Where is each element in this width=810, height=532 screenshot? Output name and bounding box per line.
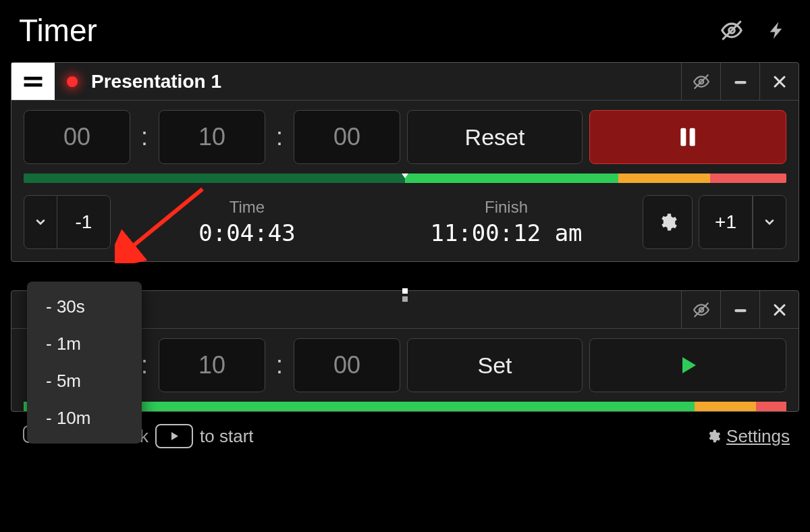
card-title: Presentation 1 <box>78 63 681 100</box>
time-label: Time <box>230 198 265 217</box>
timer-card-1: Presentation 1 00 : 10 : <box>11 62 799 262</box>
bolt-icon[interactable] <box>765 18 790 43</box>
recording-indicator-icon <box>67 76 78 87</box>
adjust-plus-dropdown-button[interactable] <box>753 195 786 249</box>
pause-button[interactable] <box>589 110 786 164</box>
finish-value: 11:00:12 am <box>430 219 582 246</box>
resize-handle-icon[interactable] <box>402 288 408 302</box>
adjust-plus-button[interactable]: +1 <box>699 195 753 249</box>
adjust-minus-dropdown: - 30s - 1m - 5m - 10m <box>27 282 142 444</box>
visibility-off-icon[interactable] <box>720 18 744 43</box>
svg-rect-10 <box>690 128 695 147</box>
minimize-icon[interactable] <box>720 291 759 328</box>
svg-rect-6 <box>734 80 746 83</box>
reset-button[interactable]: Reset <box>407 110 583 164</box>
settings-button[interactable] <box>643 195 693 249</box>
svg-rect-3 <box>24 83 43 86</box>
dropdown-item-5m[interactable]: - 5m <box>27 363 142 400</box>
progress-bar <box>24 174 786 183</box>
adjust-minus-dropdown-button[interactable] <box>24 195 57 249</box>
seconds-input[interactable]: 00 <box>294 338 400 392</box>
dropdown-item-1m[interactable]: - 1m <box>27 325 142 363</box>
finish-label: Finish <box>485 198 528 217</box>
set-button[interactable]: Set <box>407 338 583 392</box>
time-value: 0:04:43 <box>198 219 295 246</box>
svg-rect-9 <box>680 128 686 147</box>
hours-input[interactable]: 00 <box>24 110 130 164</box>
minutes-input[interactable]: 10 <box>159 110 265 164</box>
seconds-input[interactable]: 00 <box>294 110 400 164</box>
adjust-minus-button[interactable]: -1 <box>57 195 111 249</box>
settings-link[interactable]: Settings <box>706 426 790 447</box>
card-visibility-icon[interactable] <box>681 63 720 100</box>
close-icon[interactable] <box>759 63 799 100</box>
dropdown-item-30s[interactable]: - 30s <box>27 288 142 325</box>
hint-suffix: to start <box>200 426 253 447</box>
svg-rect-13 <box>734 309 746 311</box>
colon-separator: : <box>137 110 152 164</box>
svg-rect-2 <box>24 76 43 80</box>
page-title: Timer <box>19 12 97 49</box>
card-visibility-icon[interactable] <box>681 291 720 328</box>
colon-separator: : <box>272 338 287 392</box>
minimize-icon[interactable] <box>720 63 759 100</box>
card-title <box>55 291 681 328</box>
play-button[interactable] <box>589 338 786 392</box>
play-chip-icon <box>155 424 193 448</box>
drag-handle-icon[interactable] <box>11 63 55 100</box>
colon-separator: : <box>272 110 287 164</box>
minutes-input[interactable]: 10 <box>159 338 265 392</box>
dropdown-item-10m[interactable]: - 10m <box>27 400 142 437</box>
close-icon[interactable] <box>759 291 799 328</box>
